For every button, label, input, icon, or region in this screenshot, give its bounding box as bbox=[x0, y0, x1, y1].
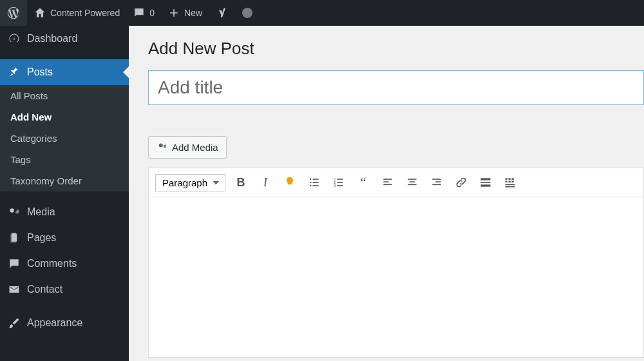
appearance-label: Appearance bbox=[27, 317, 82, 329]
svg-point-0 bbox=[10, 208, 14, 213]
post-title-input[interactable] bbox=[148, 70, 644, 105]
svg-rect-24 bbox=[481, 178, 491, 180]
comments-icon bbox=[8, 257, 21, 270]
svg-rect-15 bbox=[383, 179, 392, 180]
read-more-button[interactable] bbox=[477, 173, 495, 191]
comments-count: 0 bbox=[149, 8, 155, 18]
pages-icon bbox=[8, 231, 21, 244]
comments-link[interactable]: 0 bbox=[126, 0, 161, 26]
svg-rect-12 bbox=[337, 179, 343, 180]
sidebar-item-comments[interactable]: Comments bbox=[0, 251, 129, 277]
add-media-button[interactable]: Add Media bbox=[148, 136, 227, 159]
comment-icon bbox=[133, 6, 146, 19]
svg-rect-19 bbox=[410, 181, 415, 182]
envelope-icon bbox=[8, 283, 21, 296]
svg-rect-6 bbox=[313, 179, 319, 180]
format-select[interactable]: Paragraph bbox=[155, 174, 225, 191]
site-name-text: Content Powered bbox=[50, 8, 120, 18]
camera-icon bbox=[156, 141, 168, 154]
link-button[interactable] bbox=[452, 173, 470, 191]
align-right-button[interactable] bbox=[428, 173, 446, 191]
bold-button[interactable]: B bbox=[232, 173, 250, 191]
dashboard-icon bbox=[8, 32, 21, 45]
svg-rect-27 bbox=[506, 178, 507, 180]
svg-rect-13 bbox=[337, 182, 343, 183]
submenu-all-posts[interactable]: All Posts bbox=[0, 85, 129, 106]
plugin-icons-area bbox=[209, 6, 252, 19]
sidebar-item-posts[interactable]: Posts bbox=[0, 59, 129, 85]
svg-point-4 bbox=[310, 182, 312, 184]
sidebar-item-contact[interactable]: Contact bbox=[0, 277, 129, 302]
align-left-button[interactable] bbox=[379, 173, 397, 191]
comments-label: Comments bbox=[27, 258, 77, 269]
wp-logo-menu[interactable] bbox=[0, 0, 27, 26]
numbered-list-button[interactable]: 123 bbox=[330, 173, 348, 191]
submenu-tags[interactable]: Tags bbox=[0, 149, 129, 170]
home-icon bbox=[33, 6, 46, 19]
svg-rect-21 bbox=[432, 179, 440, 180]
yoast-menu[interactable] bbox=[214, 6, 232, 19]
pin-icon bbox=[8, 66, 21, 79]
svg-rect-14 bbox=[337, 185, 343, 186]
admin-topbar: Content Powered 0 New bbox=[0, 0, 644, 26]
italic-button[interactable]: I bbox=[256, 173, 274, 191]
insights-button[interactable] bbox=[281, 173, 299, 191]
new-content-link[interactable]: New bbox=[161, 0, 209, 26]
svg-point-5 bbox=[310, 185, 312, 187]
pages-label: Pages bbox=[27, 232, 56, 244]
svg-rect-34 bbox=[506, 186, 515, 188]
dashboard-label: Dashboard bbox=[27, 33, 77, 44]
brush-icon bbox=[8, 317, 21, 329]
sidebar-item-dashboard[interactable]: Dashboard bbox=[0, 26, 129, 52]
admin-sidebar: Dashboard Posts All Posts Add New Catego… bbox=[0, 26, 129, 361]
svg-rect-7 bbox=[313, 182, 319, 183]
blockquote-button[interactable]: “ bbox=[354, 173, 372, 191]
site-name-link[interactable]: Content Powered bbox=[27, 0, 126, 26]
svg-rect-22 bbox=[435, 181, 440, 182]
svg-rect-33 bbox=[506, 184, 515, 186]
main-content: Add New Post Add Media Paragraph B I 123 bbox=[129, 26, 644, 361]
svg-rect-20 bbox=[408, 184, 416, 186]
yoast-icon bbox=[216, 6, 229, 19]
svg-rect-30 bbox=[506, 181, 507, 183]
contact-label: Contact bbox=[27, 284, 62, 295]
svg-rect-23 bbox=[432, 184, 440, 186]
submenu-add-new[interactable]: Add New bbox=[0, 106, 129, 128]
plus-icon bbox=[167, 6, 180, 19]
sidebar-item-pages[interactable]: Pages bbox=[0, 225, 129, 251]
svg-rect-25 bbox=[481, 182, 491, 183]
svg-text:3: 3 bbox=[334, 184, 336, 188]
svg-rect-16 bbox=[383, 181, 388, 182]
svg-rect-28 bbox=[509, 178, 511, 180]
sidebar-item-media[interactable]: Media bbox=[0, 199, 129, 225]
svg-rect-31 bbox=[509, 181, 511, 183]
svg-rect-18 bbox=[408, 179, 416, 180]
page-title: Add New Post bbox=[148, 39, 644, 59]
submenu-taxonomy-order[interactable]: Taxonomy Order bbox=[0, 170, 129, 191]
svg-rect-29 bbox=[512, 178, 514, 180]
svg-rect-26 bbox=[481, 184, 491, 186]
posts-label: Posts bbox=[27, 66, 53, 78]
bullet-list-button[interactable] bbox=[305, 173, 323, 191]
svg-point-3 bbox=[310, 179, 312, 180]
toolbar-toggle-button[interactable] bbox=[501, 173, 519, 191]
posts-submenu: All Posts Add New Categories Tags Taxono… bbox=[0, 85, 129, 191]
align-center-button[interactable] bbox=[403, 173, 421, 191]
svg-rect-8 bbox=[313, 185, 319, 186]
new-label: New bbox=[184, 8, 202, 18]
svg-rect-32 bbox=[512, 181, 514, 183]
status-dot-icon[interactable] bbox=[242, 8, 252, 18]
media-label: Media bbox=[27, 206, 55, 218]
svg-rect-1 bbox=[10, 234, 15, 242]
sidebar-item-appearance[interactable]: Appearance bbox=[0, 310, 129, 336]
editor-toolbar: Paragraph B I 123 “ bbox=[148, 168, 644, 197]
submenu-categories[interactable]: Categories bbox=[0, 128, 129, 149]
add-media-label: Add Media bbox=[172, 142, 218, 153]
wordpress-logo-icon bbox=[6, 6, 21, 20]
editor-content-area[interactable] bbox=[148, 197, 644, 358]
svg-point-2 bbox=[159, 144, 163, 148]
media-icon bbox=[8, 206, 21, 219]
svg-rect-17 bbox=[383, 184, 392, 186]
